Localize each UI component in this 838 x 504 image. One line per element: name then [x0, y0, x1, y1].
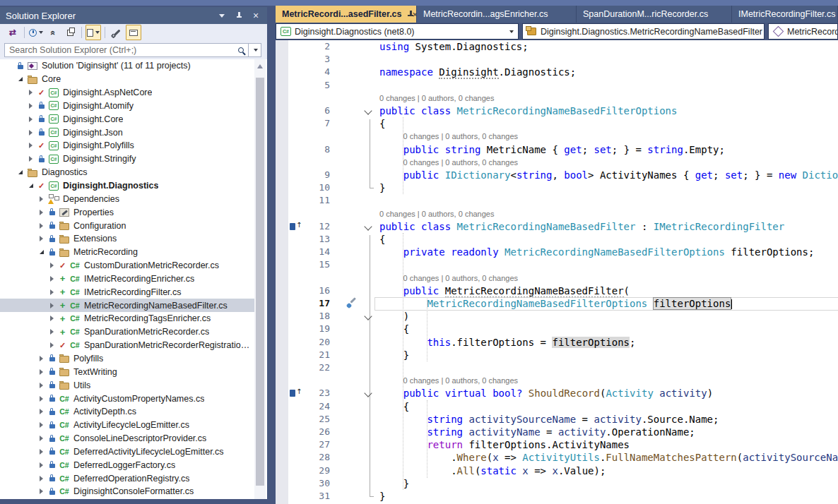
search-input[interactable]: Search Solution Explorer (Ctrl+;) — [4, 43, 261, 57]
code-line[interactable]: 9 public IDictionary<string, bool> Activ… — [276, 169, 838, 181]
code-line[interactable]: 7{ — [276, 117, 838, 130]
tree-item[interactable]: Extensions — [0, 232, 254, 246]
codelens-indicator[interactable]: 0 changes | 0 authors, 0 changes — [379, 210, 494, 218]
preview-selected-items-icon[interactable] — [126, 25, 141, 40]
tree-item[interactable]: TextWriting — [0, 365, 254, 378]
inheritance-margin-icon[interactable]: ↑ — [290, 389, 301, 397]
collapsed-arrow-icon[interactable] — [27, 103, 35, 109]
collapsed-arrow-icon[interactable] — [27, 116, 35, 122]
collapsed-arrow-icon[interactable] — [37, 210, 45, 215]
collapsed-arrow-icon[interactable] — [37, 236, 45, 241]
code-line[interactable]: 4namespace Diginsight.Diagnostics; — [276, 66, 838, 78]
collapsed-arrow-icon[interactable] — [37, 476, 45, 481]
scroll-up-arrow-icon[interactable] — [257, 64, 263, 68]
code-line[interactable]: 31} — [276, 490, 838, 503]
collapsed-arrow-icon[interactable] — [48, 289, 56, 295]
tree-item[interactable]: C#ConsoleLineDescriptorProvider.cs — [0, 432, 254, 445]
code-line[interactable]: 15 — [276, 258, 838, 271]
tree-item[interactable]: C#DeferredLoggerFactory.cs — [0, 458, 254, 472]
quick-actions-screwdriver-icon[interactable] — [346, 299, 356, 308]
collapsed-arrow-icon[interactable] — [27, 156, 35, 162]
codelens-indicator[interactable]: 0 changes | 0 authors, 0 changes — [403, 132, 518, 140]
code-line[interactable]: 5 — [276, 79, 838, 92]
collapsed-arrow-icon[interactable] — [48, 303, 56, 308]
code-line[interactable]: 16 public MetricRecordingNameBasedFilter… — [276, 284, 838, 297]
code-line[interactable]: 30 } — [276, 477, 838, 490]
tree-item[interactable]: C#ActivityCustomPropertyNames.cs — [0, 392, 254, 405]
codelens-indicator[interactable]: 0 changes | 0 authors, 0 changes — [403, 158, 518, 167]
tree-item[interactable]: C#DeferredOperationRegistry.cs — [0, 472, 254, 485]
type-dropdown[interactable]: Diginsight.Diagnostics.MetricRecordingNa… — [522, 23, 765, 40]
tree-item[interactable]: C#DiginsightConsoleFormatter.cs — [0, 485, 254, 498]
code-line[interactable]: 6public class MetricRecordingNameBasedFi… — [276, 104, 838, 117]
tree-item[interactable]: Polyfills — [0, 352, 254, 366]
code-line[interactable]: 13{ — [276, 233, 838, 246]
tree-item[interactable]: ✓C#Diginsight.Diagnostics — [0, 179, 254, 193]
code-line[interactable]: 3 — [276, 53, 838, 66]
code-line[interactable]: 20 this.filterOptions = filterOptions; — [276, 336, 838, 349]
collapsed-arrow-icon[interactable] — [27, 143, 35, 148]
tree-item[interactable]: Solution 'Diginsight' (11 of 11 projects… — [0, 59, 254, 73]
collapsed-arrow-icon[interactable] — [48, 276, 56, 282]
code-line[interactable]: 11 — [276, 194, 838, 207]
close-icon[interactable]: × — [250, 11, 261, 20]
collapsed-arrow-icon[interactable] — [37, 409, 45, 414]
codelens-indicator[interactable]: 0 changes | 0 authors, 0 changes — [403, 376, 518, 385]
tree-item[interactable]: C#DeferredActivityLifecycleLogEmitter.cs — [0, 445, 254, 458]
code-line[interactable]: 8 public string MetricName { get; set; }… — [276, 143, 838, 156]
expanded-arrow-icon[interactable] — [16, 77, 24, 81]
code-line[interactable]: 14 private readonly MetricRecordingNameB… — [276, 246, 838, 258]
pending-changes-filter-icon[interactable] — [28, 25, 44, 40]
tree-item[interactable]: ✓C#SpanDurationMetricRecorderRegistratio… — [0, 339, 254, 352]
code-line[interactable]: 2using System.Diagnostics; — [276, 40, 838, 53]
tree-item[interactable]: ✓C#Diginsight.AspNetCore — [0, 86, 254, 100]
tree-item[interactable]: +C#MetricRecordingNameBasedFilter.cs — [0, 299, 254, 312]
collapsed-arrow-icon[interactable] — [37, 369, 45, 375]
code-line[interactable]: 19 { — [276, 323, 838, 335]
sync-with-active-document-icon[interactable]: ⇄ — [5, 25, 20, 40]
tree-item[interactable]: Diagnostics — [0, 166, 254, 179]
tree-item[interactable]: Dependencies — [0, 192, 254, 205]
tree-item[interactable]: ✓C#Diginsight.Polyfills — [0, 139, 254, 152]
collapsed-arrow-icon[interactable] — [37, 356, 45, 361]
switch-views-icon[interactable] — [62, 25, 78, 40]
search-icon[interactable] — [238, 47, 244, 53]
window-position-menu-icon[interactable] — [216, 11, 228, 20]
code-line[interactable]: 28 .Where(x => ActivityUtils.FullNameMat… — [276, 451, 838, 464]
tree-item[interactable]: MetricRecording — [0, 246, 254, 259]
code-line[interactable]: 25 string activitySourceName = activity.… — [276, 413, 838, 426]
code-line[interactable]: 17 MetricRecordingNameBasedFilterOptions… — [276, 297, 838, 310]
code-line[interactable]: 24 { — [276, 400, 838, 413]
collapsed-arrow-icon[interactable] — [37, 422, 45, 428]
tree-scrollbar[interactable] — [254, 59, 266, 499]
collapsed-arrow-icon[interactable] — [27, 130, 35, 136]
tree-item[interactable]: Properties — [0, 205, 254, 219]
collapsed-arrow-icon[interactable] — [37, 383, 45, 388]
show-all-files-icon[interactable] — [85, 25, 101, 40]
fold-collapse-icon[interactable] — [364, 107, 372, 114]
tree-item[interactable]: +C#IMetricRecordingEnricher.cs — [0, 272, 254, 286]
expanded-arrow-icon[interactable] — [27, 184, 35, 188]
tree-item[interactable]: C#Diginsight.Json — [0, 126, 254, 139]
collapsed-arrow-icon[interactable] — [48, 263, 56, 268]
codelens-indicator[interactable]: 0 changes | 0 authors, 0 changes — [403, 274, 518, 282]
auto-hide-pin-icon[interactable] — [233, 11, 244, 20]
member-dropdown[interactable]: MetricRecord — [768, 23, 838, 40]
code-line[interactable]: 22 — [276, 361, 838, 374]
tree-item[interactable]: C#Diginsight.Stringify — [0, 152, 254, 166]
tab-2[interactable]: MetricRecordin...agsEnricher.cs — [417, 6, 577, 23]
scrollbar-thumb[interactable] — [256, 78, 264, 486]
fold-collapse-icon[interactable] — [364, 222, 372, 230]
collapsed-arrow-icon[interactable] — [37, 462, 45, 468]
collapsed-arrow-icon[interactable] — [37, 488, 45, 494]
tree-item[interactable]: +C#MetricRecordingTagsEnricher.cs — [0, 312, 254, 325]
code-line[interactable]: 23↑ public virtual bool? ShouldRecord(Ac… — [276, 387, 838, 400]
solution-explorer-title-bar[interactable]: Solution Explorer × — [0, 7, 267, 24]
tree-item[interactable]: C#ActivityLifecycleLogEmitter.cs — [0, 419, 254, 432]
tree-item[interactable]: C#ActivityDepth.cs — [0, 405, 254, 419]
tree-item[interactable]: +C#IMetricRecordingFilter.cs — [0, 285, 254, 299]
code-line[interactable]: 27 return filterOptions.ActivityNames — [276, 438, 838, 451]
codelens-indicator[interactable]: 0 changes | 0 authors, 0 changes — [379, 94, 494, 102]
collapsed-arrow-icon[interactable] — [48, 342, 56, 348]
fold-collapse-icon[interactable] — [364, 313, 372, 320]
